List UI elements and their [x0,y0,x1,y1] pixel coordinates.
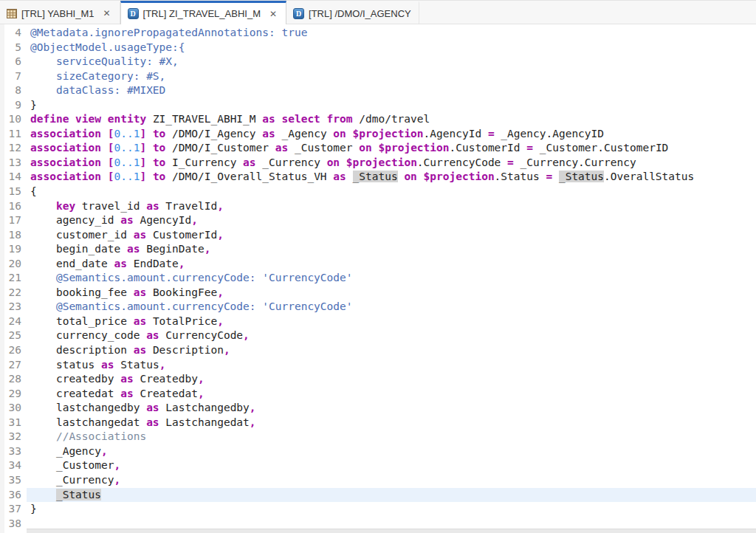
code-text: _Currency, [27,473,756,488]
code-line-24[interactable]: 24 total_price as TotalPrice, [0,314,756,329]
tab-label: [TRL] /DMO/I_AGENCY [309,8,411,19]
code-line-37[interactable]: 37} [0,502,756,517]
data-definition-icon: D [128,8,139,19]
code-line-13[interactable]: 13association [0..1] to I_Currency as _C… [0,156,756,171]
code-text: createdby as Createdby, [27,372,756,387]
code-text: currency_code as CurrencyCode, [27,329,756,343]
code-line-20[interactable]: 20 end_date as EndDate, [0,257,756,272]
code-line-21[interactable]: 21 @Semantics.amount.currencyCode: 'Curr… [0,271,756,286]
code-text: { [27,185,756,199]
code-line-18[interactable]: 18 customer_id as CustomerId, [0,228,756,243]
code-text: customer_id as CustomerId, [27,228,756,243]
code-text: createdat as Createdat, [27,387,756,402]
code-line-27[interactable]: 27 status as Status, [0,358,756,373]
tab-label: [TRL] ZI_TRAVEL_ABHI_M [143,8,261,19]
horizontal-scrollbar[interactable] [27,529,756,533]
code-text: _Status [27,488,756,503]
data-definition-icon: D [293,8,304,19]
code-text: dataClass: #MIXED [27,83,756,98]
code-text: description as Description, [27,343,756,358]
close-icon[interactable]: ✕ [268,9,278,19]
code-text: key travel_id as TravelId, [27,199,756,214]
code-text: association [0..1] to /DMO/I_Customer as… [27,141,756,156]
code-text: agency_id as AgencyId, [27,213,756,228]
code-text: booking_fee as BookingFee, [27,286,756,300]
annotation-ruler [0,24,4,533]
code-text: association [0..1] to I_Currency as _Cur… [27,156,756,171]
code-line-32[interactable]: 32 //Associations [0,430,756,444]
code-text: association [0..1] to /DMO/I_Agency as _… [27,127,756,142]
tab-label: [TRL] YABHI_M1 [21,8,94,19]
code-text: status as Status, [27,358,756,373]
code-line-30[interactable]: 30 lastchangedby as Lastchangedby, [0,401,756,416]
code-line-14[interactable]: 14association [0..1] to /DMO/I_Overall_S… [0,170,756,185]
code-editor[interactable]: 4@Metadata.ignorePropagatedAnnotations: … [0,24,756,533]
code-line-12[interactable]: 12association [0..1] to /DMO/I_Customer … [0,141,756,156]
code-line-25[interactable]: 25 currency_code as CurrencyCode, [0,329,756,343]
code-line-28[interactable]: 28 createdby as Createdby, [0,372,756,387]
code-line-5[interactable]: 5@ObjectModel.usageType:{ [0,41,756,55]
code-text: serviceQuality: #X, [27,55,756,69]
code-text: @Metadata.ignorePropagatedAnnotations: t… [27,26,756,41]
code-line-19[interactable]: 19 begin_date as BeginDate, [0,242,756,257]
close-icon[interactable]: ✕ [102,8,112,18]
code-text: lastchangedat as Lastchangedat, [27,416,756,430]
code-line-29[interactable]: 29 createdat as Createdat, [0,387,756,402]
table-icon [7,9,17,18]
code-line-23[interactable]: 23 @Semantics.amount.currencyCode: 'Curr… [0,300,756,314]
tab-trl-dmo-i-agency[interactable]: D[TRL] /DMO/I_AGENCY [286,1,419,24]
code-line-11[interactable]: 11association [0..1] to /DMO/I_Agency as… [0,127,756,142]
code-line-31[interactable]: 31 lastchangedat as Lastchangedat, [0,416,756,430]
code-line-36[interactable]: 36 _Status [0,488,756,503]
code-line-17[interactable]: 17 agency_id as AgencyId, [0,213,756,228]
code-text: lastchangedby as Lastchangedby, [27,401,756,416]
code-text: @Semantics.amount.currencyCode: 'Currenc… [27,271,756,286]
code-line-22[interactable]: 22 booking_fee as BookingFee, [0,286,756,300]
code-text: @ObjectModel.usageType:{ [27,41,756,55]
code-text: total_price as TotalPrice, [27,314,756,329]
code-text: } [27,502,756,517]
code-text: begin_date as BeginDate, [27,242,756,257]
code-text: end_date as EndDate, [27,257,756,272]
code-line-7[interactable]: 7 sizeCategory: #S, [0,69,756,84]
code-line-34[interactable]: 34 _Customer, [0,458,756,473]
tab-trl-zi-travel-abhi-m[interactable]: D[TRL] ZI_TRAVEL_ABHI_M✕ [120,1,286,24]
code-line-4[interactable]: 4@Metadata.ignorePropagatedAnnotations: … [0,26,756,41]
tab-trl-yabhi-m1[interactable]: [TRL] YABHI_M1✕ [0,1,120,24]
code-text: _Agency, [27,444,756,459]
code-text: @Semantics.amount.currencyCode: 'Currenc… [27,300,756,314]
code-text: } [27,98,756,113]
code-text: _Customer, [27,458,756,473]
code-text: association [0..1] to /DMO/I_Overall_Sta… [27,170,756,185]
code-line-8[interactable]: 8 dataClass: #MIXED [0,83,756,98]
editor-tab-bar: [TRL] YABHI_M1✕D[TRL] ZI_TRAVEL_ABHI_M✕D… [0,0,756,24]
code-line-16[interactable]: 16 key travel_id as TravelId, [0,199,756,214]
code-line-10[interactable]: 10define view entity ZI_TRAVEL_ABHI_M as… [0,112,756,127]
code-text: define view entity ZI_TRAVEL_ABHI_M as s… [27,112,756,127]
code-line-33[interactable]: 33 _Agency, [0,444,756,459]
code-line-9[interactable]: 9} [0,98,756,113]
code-text: //Associations [27,430,756,444]
code-line-26[interactable]: 26 description as Description, [0,343,756,358]
code-line-35[interactable]: 35 _Currency, [0,473,756,488]
code-text: sizeCategory: #S, [27,69,756,84]
code-line-6[interactable]: 6 serviceQuality: #X, [0,55,756,69]
code-line-15[interactable]: 15{ [0,185,756,199]
